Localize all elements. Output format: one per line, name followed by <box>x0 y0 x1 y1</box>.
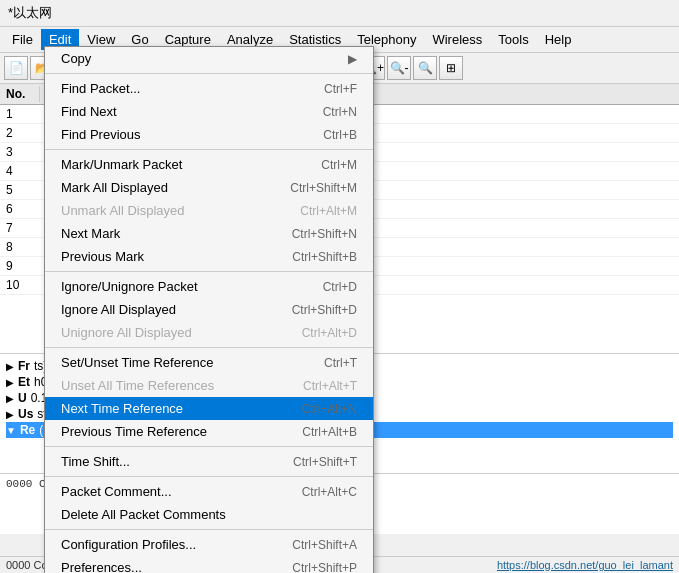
menu-item-shortcut: Ctrl+Alt+T <box>283 379 357 393</box>
menu-item-label: Configuration Profiles... <box>61 537 272 552</box>
collapse-icon: ▶ <box>6 377 14 388</box>
menu-help[interactable]: Help <box>537 29 580 50</box>
menu-item-shortcut: Ctrl+T <box>304 356 357 370</box>
toolbar-expand[interactable]: ⊞ <box>439 56 463 80</box>
detail-label: Et <box>18 375 30 389</box>
menu-item-shortcut: Ctrl+M <box>301 158 357 172</box>
detail-label: U <box>18 391 27 405</box>
menu-separator <box>45 149 373 150</box>
cell-no: 9 <box>0 258 40 274</box>
menu-item-label: Ignore All Displayed <box>61 302 272 317</box>
menu-item-label: Unmark All Displayed <box>61 203 280 218</box>
collapse-icon: ▶ <box>6 393 14 404</box>
detail-label: Re <box>20 423 35 437</box>
collapse-icon: ▶ <box>6 409 14 420</box>
menu-item-unignore-all: Unignore All Displayed Ctrl+Alt+D <box>45 321 373 344</box>
edit-dropdown[interactable]: Copy ▶ Find Packet... Ctrl+F Find Next C… <box>44 46 374 573</box>
menu-item-set-unset-time[interactable]: Set/Unset Time Reference Ctrl+T <box>45 351 373 374</box>
cell-no: 3 <box>0 144 40 160</box>
cell-no: 7 <box>0 220 40 236</box>
menu-item-preferences[interactable]: Preferences... Ctrl+Shift+P <box>45 556 373 573</box>
collapse-icon: ▼ <box>6 425 16 436</box>
menu-item-label: Find Previous <box>61 127 303 142</box>
menu-item-shortcut: Ctrl+Shift+B <box>272 250 357 264</box>
toolbar-new[interactable]: 📄 <box>4 56 28 80</box>
toolbar-zoom-reset[interactable]: 🔍 <box>413 56 437 80</box>
menu-item-mark-unmark[interactable]: Mark/Unmark Packet Ctrl+M <box>45 153 373 176</box>
cell-no: 8 <box>0 239 40 255</box>
menu-item-delete-comments[interactable]: Delete All Packet Comments <box>45 503 373 526</box>
title-bar: *以太网 <box>0 0 679 27</box>
cell-no: 2 <box>0 125 40 141</box>
menu-item-label: Next Mark <box>61 226 272 241</box>
menu-item-label: Copy <box>61 51 328 66</box>
menu-item-label: Mark All Displayed <box>61 180 270 195</box>
cell-no: 5 <box>0 182 40 198</box>
menu-separator <box>45 347 373 348</box>
menu-item-shortcut: Ctrl+F <box>304 82 357 96</box>
watermark-link[interactable]: https://blog.csdn.net/guo_lei_lamant <box>497 559 673 571</box>
menu-item-shortcut: Ctrl+Shift+P <box>272 561 357 574</box>
cell-no: 4 <box>0 163 40 179</box>
menu-item-shortcut: Ctrl+Alt+M <box>280 204 357 218</box>
expand-icon: ▶ <box>6 361 14 372</box>
menu-item-label: Time Shift... <box>61 454 273 469</box>
menu-item-label: Mark/Unmark Packet <box>61 157 301 172</box>
menu-item-label: Previous Time Reference <box>61 424 282 439</box>
menu-file[interactable]: File <box>4 29 41 50</box>
menu-wireless[interactable]: Wireless <box>424 29 490 50</box>
detail-label: Fr <box>18 359 30 373</box>
menu-item-label: Next Time Reference <box>61 401 282 416</box>
menu-item-label: Packet Comment... <box>61 484 282 499</box>
menu-item-shortcut: Ctrl+N <box>303 105 357 119</box>
menu-item-unmark-all: Unmark All Displayed Ctrl+Alt+M <box>45 199 373 222</box>
menu-item-shortcut: Ctrl+B <box>303 128 357 142</box>
menu-item-shortcut: Ctrl+Alt+C <box>282 485 357 499</box>
menu-item-time-shift[interactable]: Time Shift... Ctrl+Shift+T <box>45 450 373 473</box>
menu-item-shortcut: Ctrl+Alt+D <box>282 326 357 340</box>
menu-item-copy[interactable]: Copy ▶ <box>45 47 373 70</box>
menu-item-unset-all-time: Unset All Time References Ctrl+Alt+T <box>45 374 373 397</box>
menu-item-shortcut: Ctrl+Alt+N <box>282 402 357 416</box>
menu-item-packet-comment[interactable]: Packet Comment... Ctrl+Alt+C <box>45 480 373 503</box>
menu-item-shortcut: Ctrl+Alt+B <box>282 425 357 439</box>
menu-item-label: Unset All Time References <box>61 378 283 393</box>
menu-item-ignore-unignore[interactable]: Ignore/Unignore Packet Ctrl+D <box>45 275 373 298</box>
menu-item-label: Unignore All Displayed <box>61 325 282 340</box>
menu-item-shortcut: Ctrl+Shift+D <box>272 303 357 317</box>
menu-item-shortcut: Ctrl+Shift+A <box>272 538 357 552</box>
menu-item-prev-time-ref[interactable]: Previous Time Reference Ctrl+Alt+B <box>45 420 373 443</box>
menu-item-label: Find Next <box>61 104 303 119</box>
menu-item-find-previous[interactable]: Find Previous Ctrl+B <box>45 123 373 146</box>
menu-item-shortcut: Ctrl+Shift+T <box>273 455 357 469</box>
menu-item-next-mark[interactable]: Next Mark Ctrl+Shift+N <box>45 222 373 245</box>
menu-tools[interactable]: Tools <box>490 29 536 50</box>
menu-item-config-profiles[interactable]: Configuration Profiles... Ctrl+Shift+A <box>45 533 373 556</box>
toolbar-zoom-out[interactable]: 🔍- <box>387 56 411 80</box>
menu-item-label: Find Packet... <box>61 81 304 96</box>
menu-item-ignore-all[interactable]: Ignore All Displayed Ctrl+Shift+D <box>45 298 373 321</box>
menu-separator <box>45 529 373 530</box>
menu-item-shortcut: Ctrl+D <box>303 280 357 294</box>
menu-item-label: Delete All Packet Comments <box>61 507 337 522</box>
title-text: *以太网 <box>8 4 52 22</box>
menu-item-label: Preferences... <box>61 560 272 573</box>
menu-item-shortcut: Ctrl+Shift+M <box>270 181 357 195</box>
menu-separator <box>45 73 373 74</box>
menu-item-mark-all[interactable]: Mark All Displayed Ctrl+Shift+M <box>45 176 373 199</box>
menu-separator <box>45 446 373 447</box>
menu-item-previous-mark[interactable]: Previous Mark Ctrl+Shift+B <box>45 245 373 268</box>
menu-item-label: Previous Mark <box>61 249 272 264</box>
menu-item-next-time-ref[interactable]: Next Time Reference Ctrl+Alt+N <box>45 397 373 420</box>
menu-item-label: Set/Unset Time Reference <box>61 355 304 370</box>
menu-item-shortcut: Ctrl+Shift+N <box>272 227 357 241</box>
cell-no: 1 <box>0 106 40 122</box>
menu-separator <box>45 476 373 477</box>
menu-item-shortcut: ▶ <box>328 52 357 66</box>
menu-separator <box>45 271 373 272</box>
menu-item-find-packet[interactable]: Find Packet... Ctrl+F <box>45 77 373 100</box>
menu-item-label: Ignore/Unignore Packet <box>61 279 303 294</box>
cell-no: 10 <box>0 277 40 293</box>
menu-item-find-next[interactable]: Find Next Ctrl+N <box>45 100 373 123</box>
cell-no: 6 <box>0 201 40 217</box>
